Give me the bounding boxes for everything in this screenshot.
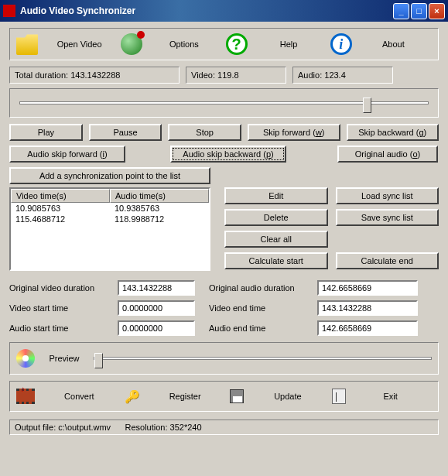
skip-backward-button[interactable]: Skip backward (g) (347, 124, 439, 141)
orig-video-dur-input[interactable] (118, 280, 195, 296)
total-duration-label: Total duration: (15, 70, 68, 80)
sync-list[interactable]: Video time(s) Audio time(s) 10.908576310… (9, 187, 210, 271)
minimize-button[interactable]: _ (393, 3, 409, 19)
audio-skip-forward-button[interactable]: Audio skip forward (i) (9, 146, 125, 163)
pause-button[interactable]: Pause (89, 124, 162, 141)
preview-label[interactable]: Preview (41, 354, 87, 363)
globe-icon[interactable] (121, 33, 142, 55)
video-start-label: Video start time (9, 303, 110, 313)
save-sync-button[interactable]: Save sync list (336, 209, 439, 226)
folder-icon[interactable] (16, 33, 38, 55)
col-video-time[interactable]: Video time(s) (11, 189, 110, 203)
help-icon[interactable]: ? (226, 33, 248, 55)
audio-end-input[interactable] (317, 320, 418, 336)
stop-button[interactable]: Stop (168, 124, 241, 141)
total-duration-box: Total duration: 143.1432288 (9, 67, 180, 84)
audio-end-label: Audio end time (209, 324, 309, 333)
cell-audio-time: 10.9385763 (110, 203, 209, 214)
cell-video-time: 10.9085763 (11, 203, 110, 214)
open-video-button[interactable]: Open Video (41, 39, 118, 49)
about-button[interactable]: About (355, 39, 432, 49)
maximize-button[interactable]: □ (411, 3, 427, 19)
titlebar: Audio Video Synchronizer _ □ × (0, 0, 448, 22)
video-duration-box: Video: 119.8 (186, 67, 286, 84)
update-button[interactable]: Update (247, 392, 330, 401)
position-slider-box (9, 88, 439, 118)
preview-slider-thumb[interactable] (94, 353, 103, 368)
audio-start-input[interactable] (118, 320, 195, 336)
delete-button[interactable]: Delete (224, 209, 328, 226)
bottom-toolbar: Convert 🔑 Register Update Exit (9, 381, 439, 412)
slider-thumb[interactable] (363, 98, 371, 113)
exit-button[interactable]: Exit (349, 392, 432, 401)
app-window: Audio Video Synchronizer _ □ × Open Vide… (0, 0, 448, 476)
clear-all-button[interactable]: Clear all (224, 231, 328, 248)
skip-forward-button[interactable]: Skip forward (w) (248, 124, 340, 141)
film-icon (16, 389, 35, 404)
edit-button[interactable]: Edit (224, 187, 328, 204)
calculate-start-button[interactable]: Calculate start (224, 252, 328, 269)
cell-video-time: 115.4688712 (11, 214, 110, 224)
original-audio-button[interactable]: Original audio (o) (337, 146, 438, 163)
close-button[interactable]: × (429, 3, 445, 19)
orig-audio-dur-input[interactable] (317, 280, 418, 296)
register-button[interactable]: Register (144, 392, 227, 401)
calculate-end-button[interactable]: Calculate end (336, 252, 439, 269)
resolution-value: 352*240 (170, 423, 202, 432)
info-icon[interactable]: i (330, 33, 352, 55)
status-bar: Output file: c:\output.wmv Resolution: 3… (9, 419, 439, 435)
orig-video-dur-label: Original video duration (9, 283, 110, 293)
window-title: Audio Video Synchronizer (20, 5, 392, 16)
output-file-label: Output file: (15, 423, 56, 432)
table-row[interactable]: 115.4688712118.9988712 (11, 214, 209, 224)
video-duration-value: 119.8 (217, 70, 239, 80)
video-end-label: Video end time (209, 303, 309, 313)
cell-audio-time: 118.9988712 (110, 214, 209, 224)
video-end-input[interactable] (317, 300, 418, 316)
audio-start-label: Audio start time (9, 324, 110, 333)
preview-slider[interactable] (94, 357, 432, 360)
main-toolbar: Open Video Options ? Help i About (9, 28, 439, 60)
position-slider[interactable] (19, 101, 429, 104)
audio-skip-backward-button[interactable]: Audio skip backward (p) (170, 146, 286, 163)
add-sync-point-button[interactable]: Add a synchronization point to the list (9, 167, 210, 184)
preview-bar: Preview (9, 342, 439, 375)
sync-list-header: Video time(s) Audio time(s) (11, 189, 209, 203)
video-duration-label: Video: (191, 70, 215, 80)
video-start-input[interactable] (118, 300, 195, 316)
door-icon (332, 389, 346, 404)
options-button[interactable]: Options (145, 39, 222, 49)
resolution-label: Resolution: (125, 423, 167, 432)
orig-audio-dur-label: Original audio duration (209, 283, 309, 293)
help-button[interactable]: Help (251, 39, 327, 49)
play-button[interactable]: Play (9, 124, 83, 141)
convert-button[interactable]: Convert (38, 392, 121, 401)
audio-duration-box: Audio: 123.4 (292, 67, 393, 84)
table-row[interactable]: 10.908576310.9385763 (11, 203, 209, 214)
audio-duration-label: Audio: (298, 70, 322, 80)
load-sync-button[interactable]: Load sync list (336, 187, 439, 204)
audio-duration-value: 123.4 (324, 70, 346, 80)
total-duration-value: 143.1432288 (70, 70, 120, 80)
output-file-value: c:\output.wmv (58, 423, 111, 432)
floppy-icon (230, 389, 244, 403)
app-icon (3, 5, 15, 17)
col-audio-time[interactable]: Audio time(s) (110, 189, 209, 203)
cd-icon (16, 349, 35, 368)
key-icon: 🔑 (124, 388, 141, 405)
